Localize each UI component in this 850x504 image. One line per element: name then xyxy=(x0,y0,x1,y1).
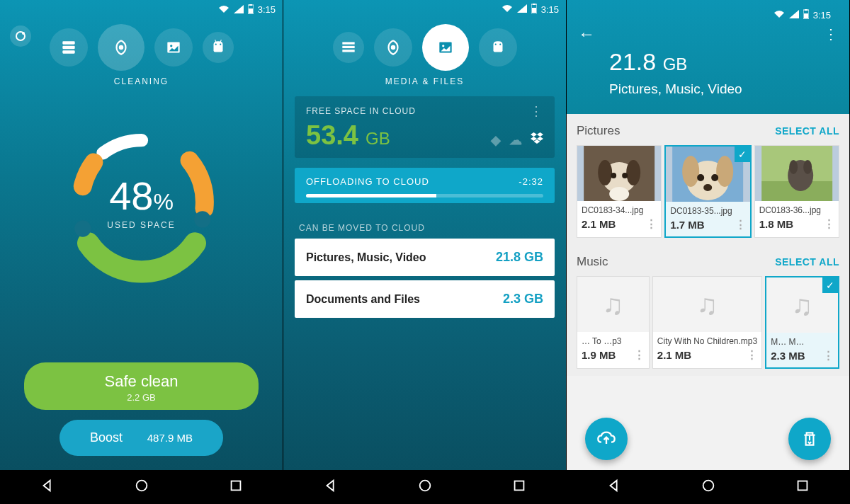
status-time: 3:15 xyxy=(813,10,831,21)
free-space-card: FREE SPACE IN CLOUD ⋮ 53.4 GB ◆ ☁ xyxy=(295,96,555,158)
svg-rect-21 xyxy=(533,4,536,5)
back-button[interactable] xyxy=(40,478,55,496)
onedrive-icon[interactable]: ☁ xyxy=(509,132,522,148)
file-name: DC0183-36...jpg xyxy=(755,201,839,217)
home-button[interactable] xyxy=(417,478,433,496)
item-menu-icon[interactable]: ⋮ xyxy=(747,348,757,361)
svg-point-29 xyxy=(499,44,501,45)
svg-rect-33 xyxy=(804,13,808,18)
section-title: Pictures xyxy=(577,124,620,138)
item-menu-icon[interactable]: ⋮ xyxy=(824,217,834,230)
item-menu-icon[interactable]: ⋮ xyxy=(735,218,746,231)
svg-rect-31 xyxy=(514,481,523,491)
svg-point-12 xyxy=(220,44,221,45)
back-button[interactable] xyxy=(323,478,339,496)
battery-icon xyxy=(531,4,537,16)
tab-storage[interactable] xyxy=(50,28,88,67)
svg-rect-5 xyxy=(62,41,74,44)
select-all-button[interactable]: SELECT ALL xyxy=(775,125,839,137)
svg-rect-22 xyxy=(342,42,354,44)
boost-button[interactable]: Boost 487.9 MB xyxy=(60,420,224,456)
nav-label: CLEANING xyxy=(0,76,283,86)
svg-point-41 xyxy=(609,187,629,201)
svg-rect-55 xyxy=(798,481,807,491)
tab-media[interactable] xyxy=(422,24,469,71)
screen-file-browser: 3:15 ← ⋮ 21.8 GB Pictures, Music, Video … xyxy=(567,0,850,504)
item-menu-icon[interactable]: ⋮ xyxy=(823,349,834,362)
svg-point-39 xyxy=(611,173,616,178)
svg-rect-1 xyxy=(249,8,253,13)
percent-value: 48 xyxy=(109,173,153,218)
overflow-menu-icon[interactable]: ⋮ xyxy=(824,25,838,42)
upload-fab[interactable] xyxy=(585,418,628,460)
recent-button[interactable] xyxy=(795,478,810,496)
picture-thumb[interactable]: ✓ DC0183-35...jpg 1.7 MB⋮ xyxy=(664,145,751,238)
svg-line-14 xyxy=(220,40,221,42)
file-size: 1.9 MB xyxy=(582,349,616,361)
file-size: 2.1 MB xyxy=(657,349,691,361)
status-time: 3:15 xyxy=(541,4,559,15)
free-space-unit: GB xyxy=(366,129,390,149)
category-row-media[interactable]: Pictures, Music, Video 21.8 GB xyxy=(295,239,555,276)
svg-point-38 xyxy=(626,160,640,185)
svg-point-52 xyxy=(789,160,798,174)
back-arrow-icon[interactable]: ← xyxy=(578,24,595,44)
home-button[interactable] xyxy=(701,478,716,496)
delete-fab[interactable] xyxy=(788,418,831,460)
free-space-value: 53.4 xyxy=(306,120,358,151)
file-name: … To …p3 xyxy=(577,332,649,348)
usage-gauge: 48% USED SPACE xyxy=(50,109,234,293)
pictures-section: Pictures SELECT ALL DC0183-34...jpg 2.1 … xyxy=(567,114,849,245)
back-button[interactable] xyxy=(606,478,622,496)
file-size: 2.1 MB xyxy=(582,218,616,230)
picture-thumb[interactable]: DC0183-34...jpg 2.1 MB⋮ xyxy=(577,145,662,238)
card-menu-icon[interactable]: ⋮ xyxy=(530,108,543,115)
header-subtitle: Pictures, Music, Video xyxy=(578,81,838,97)
item-menu-icon[interactable]: ⋮ xyxy=(634,348,645,361)
tab-apps[interactable] xyxy=(479,28,517,67)
battery-icon xyxy=(803,9,809,21)
picture-thumb[interactable]: DC0183-36...jpg 1.8 MB⋮ xyxy=(754,145,839,238)
music-note-icon: ♫ xyxy=(697,289,718,321)
status-time: 3:15 xyxy=(258,4,276,15)
row-name: Documents and Files xyxy=(306,293,420,306)
file-name: DC0183-34...jpg xyxy=(577,201,661,217)
safe-clean-button[interactable]: Safe clean 2.2 GB xyxy=(24,362,259,410)
header-size-value: 21.8 xyxy=(609,48,656,75)
file-size: 2.3 MB xyxy=(771,350,805,362)
file-name: DC0183-35...jpg xyxy=(666,202,749,218)
item-menu-icon[interactable]: ⋮ xyxy=(646,217,657,230)
offload-time: -2:32 xyxy=(518,176,543,187)
wifi-icon xyxy=(774,10,785,21)
svg-point-30 xyxy=(419,481,430,491)
move-to-cloud-label: CAN BE MOVED TO CLOUD xyxy=(299,223,550,233)
home-button[interactable] xyxy=(134,478,149,496)
tab-apps[interactable] xyxy=(203,32,234,63)
thumbnail-image xyxy=(755,146,839,201)
recent-button[interactable] xyxy=(228,478,244,496)
file-size: 1.7 MB xyxy=(670,219,704,231)
boost-size: 487.9 MB xyxy=(147,432,193,444)
offload-card[interactable]: OFFLOADING TO CLOUD -2:32 xyxy=(295,168,555,203)
category-row-documents[interactable]: Documents and Files 2.3 GB xyxy=(295,280,555,318)
svg-point-53 xyxy=(803,160,812,174)
svg-point-8 xyxy=(119,46,122,49)
tab-media[interactable] xyxy=(154,28,193,67)
tab-cleaning[interactable] xyxy=(374,28,412,67)
svg-point-25 xyxy=(391,46,394,49)
screen-media-files: 3:15 MEDIA & FILES FREE SPACE IN CLOUD ⋮… xyxy=(283,0,567,504)
nav-label: MEDIA & FILES xyxy=(283,76,566,86)
music-thumb[interactable]: ✓ ♫ M… M… 2.3 MB⋮ xyxy=(765,276,839,369)
recent-button[interactable] xyxy=(511,478,527,496)
dropbox-icon[interactable] xyxy=(531,132,543,148)
tab-storage[interactable] xyxy=(333,32,364,63)
music-thumb[interactable]: ♫ … To …p3 1.9 MB⋮ xyxy=(577,276,650,369)
music-thumb[interactable]: ♫ City With No Children.mp3 2.1 MB⋮ xyxy=(652,276,762,369)
gdrive-icon[interactable]: ◆ xyxy=(491,132,501,148)
svg-point-40 xyxy=(622,173,628,178)
svg-point-45 xyxy=(716,156,733,187)
svg-rect-20 xyxy=(532,8,536,13)
select-all-button[interactable]: SELECT ALL xyxy=(775,256,839,268)
tab-cleaning[interactable] xyxy=(98,24,144,71)
section-title: Music xyxy=(577,255,608,269)
